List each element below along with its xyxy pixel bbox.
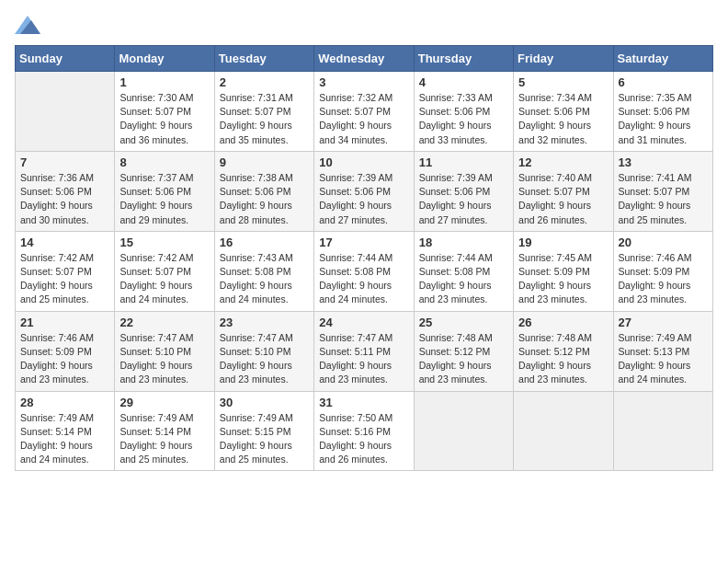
- calendar-cell: 31 Sunrise: 7:50 AMSunset: 5:16 PMDaylig…: [314, 391, 414, 471]
- header-wednesday: Wednesday: [314, 46, 414, 72]
- calendar-cell: 5 Sunrise: 7:34 AMSunset: 5:06 PMDayligh…: [514, 72, 613, 152]
- day-number: 7: [20, 155, 109, 169]
- logo-icon: [15, 16, 40, 34]
- day-info: Sunrise: 7:40 AMSunset: 5:07 PMDaylight:…: [518, 171, 608, 227]
- calendar-cell: 24 Sunrise: 7:47 AMSunset: 5:11 PMDaylig…: [314, 311, 414, 391]
- calendar-cell: 20 Sunrise: 7:46 AMSunset: 5:09 PMDaylig…: [613, 231, 712, 311]
- day-info: Sunrise: 7:39 AMSunset: 5:06 PMDaylight:…: [419, 171, 508, 227]
- calendar-cell: 18 Sunrise: 7:44 AMSunset: 5:08 PMDaylig…: [414, 231, 513, 311]
- calendar-week-2: 7 Sunrise: 7:36 AMSunset: 5:06 PMDayligh…: [16, 151, 713, 231]
- day-info: Sunrise: 7:46 AMSunset: 5:09 PMDaylight:…: [619, 251, 708, 307]
- day-info: Sunrise: 7:32 AMSunset: 5:07 PMDaylight:…: [319, 91, 408, 147]
- day-info: Sunrise: 7:49 AMSunset: 5:14 PMDaylight:…: [119, 411, 209, 467]
- day-number: 27: [619, 316, 708, 329]
- day-number: 4: [419, 75, 508, 89]
- calendar-cell: 28 Sunrise: 7:49 AMSunset: 5:14 PMDaylig…: [16, 391, 115, 471]
- day-info: Sunrise: 7:47 AMSunset: 5:11 PMDaylight:…: [319, 331, 408, 387]
- day-number: 25: [419, 316, 508, 329]
- calendar-week-1: 1 Sunrise: 7:30 AMSunset: 5:07 PMDayligh…: [16, 72, 713, 152]
- header-sunday: Sunday: [16, 46, 115, 72]
- calendar-cell: 7 Sunrise: 7:36 AMSunset: 5:06 PMDayligh…: [16, 151, 115, 231]
- header-friday: Friday: [514, 46, 613, 72]
- header-row: Sunday Monday Tuesday Wednesday Thursday…: [16, 46, 713, 72]
- day-number: 16: [220, 236, 309, 249]
- calendar-cell: 26 Sunrise: 7:48 AMSunset: 5:12 PMDaylig…: [514, 311, 613, 391]
- day-info: Sunrise: 7:48 AMSunset: 5:12 PMDaylight:…: [518, 331, 608, 387]
- day-number: 22: [119, 316, 209, 329]
- calendar-cell: 4 Sunrise: 7:33 AMSunset: 5:06 PMDayligh…: [414, 72, 513, 152]
- calendar-cell: 27 Sunrise: 7:49 AMSunset: 5:13 PMDaylig…: [613, 311, 712, 391]
- calendar-cell: 11 Sunrise: 7:39 AMSunset: 5:06 PMDaylig…: [414, 151, 513, 231]
- calendar-cell: 8 Sunrise: 7:37 AMSunset: 5:06 PMDayligh…: [115, 151, 214, 231]
- day-number: 10: [319, 155, 408, 169]
- day-number: 30: [220, 396, 309, 409]
- page-header: [15, 15, 713, 34]
- calendar-cell: 6 Sunrise: 7:35 AMSunset: 5:06 PMDayligh…: [613, 72, 712, 152]
- day-info: Sunrise: 7:46 AMSunset: 5:09 PMDaylight:…: [20, 331, 109, 387]
- day-info: Sunrise: 7:31 AMSunset: 5:07 PMDaylight:…: [220, 91, 309, 147]
- logo: [15, 15, 44, 34]
- day-info: Sunrise: 7:47 AMSunset: 5:10 PMDaylight:…: [220, 331, 309, 387]
- day-info: Sunrise: 7:44 AMSunset: 5:08 PMDaylight:…: [319, 251, 408, 307]
- day-info: Sunrise: 7:37 AMSunset: 5:06 PMDaylight:…: [119, 171, 209, 227]
- header-saturday: Saturday: [613, 46, 712, 72]
- day-number: 13: [619, 155, 708, 169]
- calendar-cell: 3 Sunrise: 7:32 AMSunset: 5:07 PMDayligh…: [314, 72, 414, 152]
- day-number: 15: [119, 236, 209, 249]
- day-info: Sunrise: 7:33 AMSunset: 5:06 PMDaylight:…: [419, 91, 508, 147]
- calendar-cell: 15 Sunrise: 7:42 AMSunset: 5:07 PMDaylig…: [115, 231, 214, 311]
- calendar-cell: 16 Sunrise: 7:43 AMSunset: 5:08 PMDaylig…: [214, 231, 313, 311]
- day-info: Sunrise: 7:42 AMSunset: 5:07 PMDaylight:…: [119, 251, 209, 307]
- day-number: 12: [518, 155, 608, 169]
- day-number: 31: [319, 396, 408, 409]
- day-number: 20: [619, 236, 708, 249]
- day-info: Sunrise: 7:34 AMSunset: 5:06 PMDaylight:…: [518, 91, 608, 147]
- day-info: Sunrise: 7:43 AMSunset: 5:08 PMDaylight:…: [220, 251, 309, 307]
- calendar-cell: 23 Sunrise: 7:47 AMSunset: 5:10 PMDaylig…: [214, 311, 313, 391]
- day-number: 29: [119, 396, 209, 409]
- calendar-cell: 1 Sunrise: 7:30 AMSunset: 5:07 PMDayligh…: [115, 72, 214, 152]
- day-info: Sunrise: 7:45 AMSunset: 5:09 PMDaylight:…: [518, 251, 608, 307]
- calendar-cell: [16, 72, 115, 152]
- calendar-header: Sunday Monday Tuesday Wednesday Thursday…: [16, 46, 713, 72]
- day-info: Sunrise: 7:38 AMSunset: 5:06 PMDaylight:…: [220, 171, 309, 227]
- calendar-cell: 13 Sunrise: 7:41 AMSunset: 5:07 PMDaylig…: [613, 151, 712, 231]
- calendar-cell: 9 Sunrise: 7:38 AMSunset: 5:06 PMDayligh…: [214, 151, 313, 231]
- calendar-table: Sunday Monday Tuesday Wednesday Thursday…: [15, 45, 713, 471]
- calendar-cell: 17 Sunrise: 7:44 AMSunset: 5:08 PMDaylig…: [314, 231, 414, 311]
- calendar-cell: 29 Sunrise: 7:49 AMSunset: 5:14 PMDaylig…: [115, 391, 214, 471]
- day-number: 5: [518, 75, 608, 89]
- day-number: 26: [518, 316, 608, 329]
- day-number: 14: [20, 236, 109, 249]
- day-info: Sunrise: 7:30 AMSunset: 5:07 PMDaylight:…: [119, 91, 209, 147]
- calendar-cell: 21 Sunrise: 7:46 AMSunset: 5:09 PMDaylig…: [16, 311, 115, 391]
- calendar-cell: 25 Sunrise: 7:48 AMSunset: 5:12 PMDaylig…: [414, 311, 513, 391]
- day-number: 19: [518, 236, 608, 249]
- day-number: 2: [220, 75, 309, 89]
- calendar-body: 1 Sunrise: 7:30 AMSunset: 5:07 PMDayligh…: [16, 72, 713, 471]
- day-number: 6: [619, 75, 708, 89]
- day-number: 21: [20, 316, 109, 329]
- day-info: Sunrise: 7:35 AMSunset: 5:06 PMDaylight:…: [619, 91, 708, 147]
- day-info: Sunrise: 7:39 AMSunset: 5:06 PMDaylight:…: [319, 171, 408, 227]
- calendar-cell: 30 Sunrise: 7:49 AMSunset: 5:15 PMDaylig…: [214, 391, 313, 471]
- day-info: Sunrise: 7:49 AMSunset: 5:15 PMDaylight:…: [220, 411, 309, 467]
- day-info: Sunrise: 7:49 AMSunset: 5:14 PMDaylight:…: [20, 411, 109, 467]
- calendar-cell: [514, 391, 613, 471]
- day-number: 17: [319, 236, 408, 249]
- day-number: 11: [419, 155, 508, 169]
- day-info: Sunrise: 7:47 AMSunset: 5:10 PMDaylight:…: [119, 331, 209, 387]
- day-info: Sunrise: 7:36 AMSunset: 5:06 PMDaylight:…: [20, 171, 109, 227]
- day-info: Sunrise: 7:49 AMSunset: 5:13 PMDaylight:…: [619, 331, 708, 387]
- day-info: Sunrise: 7:50 AMSunset: 5:16 PMDaylight:…: [319, 411, 408, 467]
- header-monday: Monday: [115, 46, 214, 72]
- day-number: 1: [119, 75, 209, 89]
- day-info: Sunrise: 7:44 AMSunset: 5:08 PMDaylight:…: [419, 251, 508, 307]
- calendar-cell: [613, 391, 712, 471]
- calendar-cell: 19 Sunrise: 7:45 AMSunset: 5:09 PMDaylig…: [514, 231, 613, 311]
- header-tuesday: Tuesday: [214, 46, 313, 72]
- calendar-week-4: 21 Sunrise: 7:46 AMSunset: 5:09 PMDaylig…: [16, 311, 713, 391]
- calendar-cell: 22 Sunrise: 7:47 AMSunset: 5:10 PMDaylig…: [115, 311, 214, 391]
- header-thursday: Thursday: [414, 46, 513, 72]
- calendar-cell: 2 Sunrise: 7:31 AMSunset: 5:07 PMDayligh…: [214, 72, 313, 152]
